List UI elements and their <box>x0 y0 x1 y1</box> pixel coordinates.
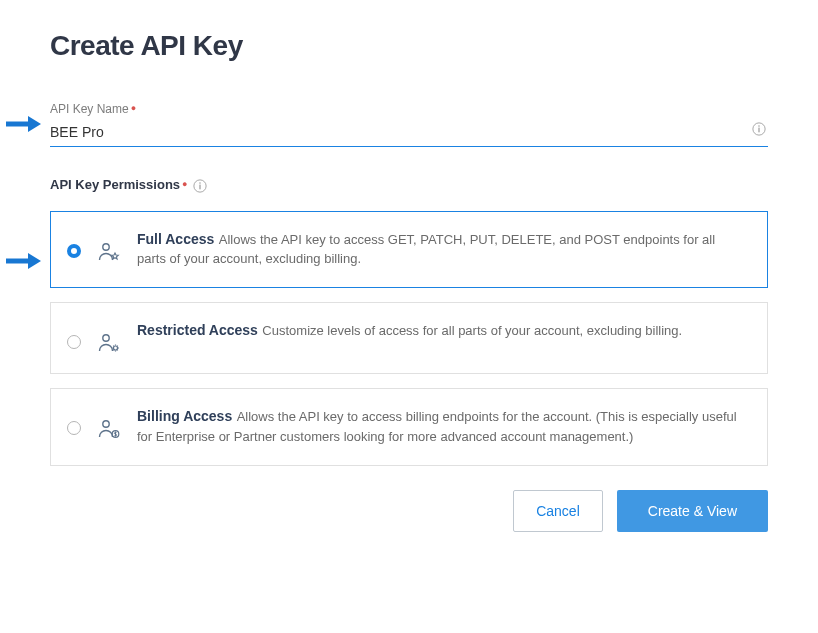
user-gear-icon <box>97 331 121 355</box>
form-buttons: Cancel Create & View <box>50 490 768 532</box>
required-indicator: ● <box>131 103 136 113</box>
user-dollar-icon <box>97 417 121 441</box>
svg-point-8 <box>114 346 118 350</box>
option-title: Restricted Access <box>137 322 258 338</box>
svg-point-1 <box>758 125 760 127</box>
permissions-label: API Key Permissions● <box>50 177 768 193</box>
info-icon[interactable] <box>752 122 766 136</box>
radio-input[interactable] <box>67 244 81 258</box>
option-title: Billing Access <box>137 408 232 424</box>
api-key-name-label: API Key Name● <box>50 102 768 116</box>
required-indicator: ● <box>182 179 187 189</box>
permissions-options: Full Access Allows the API key to access… <box>50 211 768 466</box>
create-view-button[interactable]: Create & View <box>617 490 768 532</box>
svg-point-9 <box>103 421 109 427</box>
svg-rect-5 <box>200 184 201 189</box>
svg-point-7 <box>103 335 109 341</box>
user-star-icon <box>97 240 121 264</box>
option-desc: Allows the API key to access GET, PATCH,… <box>137 232 715 267</box>
api-key-name-input[interactable] <box>50 120 768 146</box>
option-title: Full Access <box>137 231 214 247</box>
cancel-button[interactable]: Cancel <box>513 490 603 532</box>
radio-input[interactable] <box>67 421 81 435</box>
radio-input[interactable] <box>67 335 81 349</box>
svg-point-6 <box>103 243 109 249</box>
annotation-arrow-icon <box>6 252 42 270</box>
info-icon[interactable] <box>193 179 207 193</box>
option-billing-access[interactable]: Billing Access Allows the API key to acc… <box>50 388 768 466</box>
annotation-arrow-icon <box>6 115 42 133</box>
option-desc: Customize levels of access for all parts… <box>262 323 682 338</box>
option-restricted-access[interactable]: Restricted Access Customize levels of ac… <box>50 302 768 374</box>
svg-rect-2 <box>758 128 759 133</box>
option-full-access[interactable]: Full Access Allows the API key to access… <box>50 211 768 289</box>
page-title: Create API Key <box>50 30 768 62</box>
svg-point-4 <box>199 182 201 184</box>
api-key-name-field: API Key Name● <box>50 102 768 147</box>
